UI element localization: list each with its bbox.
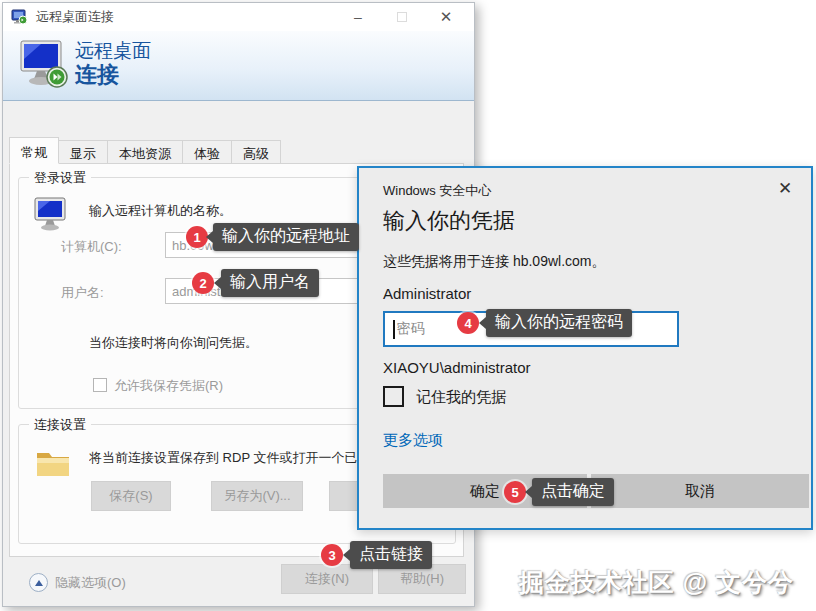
folder-icon — [35, 447, 73, 479]
dialog-close-icon[interactable]: ✕ — [773, 176, 797, 200]
step-tooltip-5: 点击确定 — [532, 478, 614, 506]
step-badge-5: 5 — [504, 481, 526, 503]
credentials-subtext: 这些凭据将用于连接 hb.09wl.com。 — [383, 253, 605, 271]
hide-options-toggle[interactable]: 隐藏选项(O) — [29, 573, 126, 592]
step-tooltip-4: 输入你的远程密码 — [486, 309, 632, 337]
credential-username: Administrator — [383, 285, 471, 302]
step-badge-4: 4 — [457, 312, 479, 334]
rdp-window-title: 远程桌面连接 — [36, 8, 114, 26]
step-badge-1: 1 — [186, 226, 208, 248]
connection-settings-legend: 连接设置 — [29, 416, 91, 434]
close-icon[interactable]: ✕ — [424, 3, 468, 31]
tab-display[interactable]: 显示 — [58, 140, 108, 164]
remember-credentials-checkbox[interactable] — [383, 386, 404, 407]
banner-subtitle: 连接 — [75, 62, 151, 87]
tab-strip: 常规 显示 本地资源 体验 高级 — [9, 137, 280, 164]
login-settings-legend: 登录设置 — [29, 169, 91, 187]
tab-advanced[interactable]: 高级 — [231, 140, 281, 164]
save-button[interactable]: 保存(S) — [91, 481, 171, 511]
remember-credentials-label: 记住我的凭据 — [416, 388, 506, 407]
password-placeholder: 密码 — [397, 320, 425, 338]
domain-user-text: XIAOYU\administrator — [383, 359, 531, 376]
username-field-label: 用户名: — [61, 284, 104, 302]
computer-icon — [33, 196, 73, 234]
credentials-heading: 输入你的凭据 — [383, 206, 515, 236]
step-badge-3: 3 — [321, 544, 343, 566]
computer-instruction: 输入远程计算机的名称。 — [89, 202, 232, 220]
remote-desktop-icon — [17, 37, 73, 93]
tab-general[interactable]: 常规 — [9, 137, 59, 164]
hide-options-label: 隐藏选项(O) — [55, 574, 126, 592]
save-credentials-checkbox[interactable] — [93, 378, 107, 392]
watermark: 掘金技术社区 @ 文兮兮 — [519, 566, 794, 599]
rdp-banner: 远程桌面 连接 — [3, 31, 474, 101]
credentials-note: 当你连接时将向你询问凭据。 — [89, 334, 258, 352]
windows-security-dialog: Windows 安全中心 ✕ 输入你的凭据 这些凭据将用于连接 hb.09wl.… — [357, 166, 813, 530]
save-as-button[interactable]: 另存为(V)... — [211, 481, 303, 511]
security-dialog-title: Windows 安全中心 — [383, 182, 491, 200]
cancel-button[interactable]: 取消 — [591, 474, 809, 508]
step-tooltip-1: 输入你的远程地址 — [213, 223, 359, 251]
tab-experience[interactable]: 体验 — [182, 140, 232, 164]
maximize-icon[interactable] — [380, 3, 424, 31]
step-badge-2: 2 — [192, 272, 214, 294]
save-credentials-label: 允许我保存凭据(R) — [114, 378, 223, 393]
rdp-app-icon — [11, 9, 28, 25]
tab-local-resources[interactable]: 本地资源 — [107, 140, 183, 164]
rdp-titlebar: 远程桌面连接 – ✕ — [3, 3, 474, 31]
screen: 远程桌面连接 – ✕ 远程桌面 连接 — [0, 0, 816, 611]
computer-field-label: 计算机(C): — [61, 238, 122, 256]
step-tooltip-3: 点击链接 — [350, 541, 432, 569]
more-options-link[interactable]: 更多选项 — [383, 431, 443, 450]
text-caret — [393, 320, 395, 339]
chevron-up-icon — [29, 573, 48, 592]
minimize-icon[interactable]: – — [336, 3, 380, 31]
banner-title: 远程桌面 — [75, 40, 151, 62]
step-tooltip-2: 输入用户名 — [221, 269, 319, 297]
